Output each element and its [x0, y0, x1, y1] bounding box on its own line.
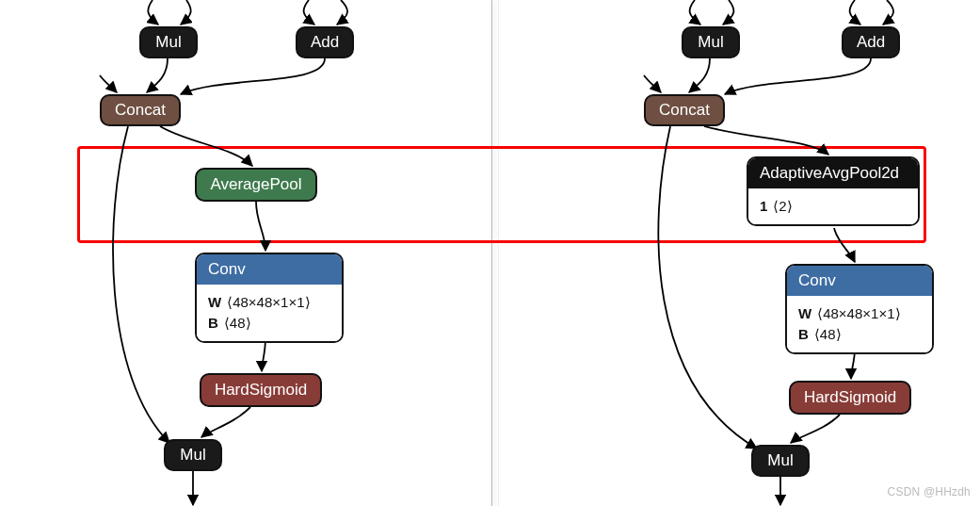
node-adaptiveavgpool2d: AdaptiveAvgPool2d 1⟨2⟩ [747, 156, 920, 226]
card-body: W⟨48×48×1×1⟩ B⟨48⟩ [197, 285, 342, 341]
node-label: Concat [115, 101, 166, 120]
watermark-text: CSDN @HHzdh [888, 485, 971, 498]
param-label: B [208, 315, 218, 331]
card-header: Conv [787, 266, 932, 296]
param-label: B [798, 326, 809, 342]
card-header: AdaptiveAvgPool2d [748, 158, 918, 188]
node-label: Mul [767, 451, 793, 470]
param-value: ⟨48⟩ [814, 326, 842, 342]
node-hardsigmoid: HardSigmoid [789, 381, 911, 415]
watermark: CSDN @HHzdh [888, 485, 971, 498]
param-label: 1 [760, 198, 767, 214]
node-concat: Concat [100, 94, 181, 126]
card-header: Conv [197, 254, 342, 285]
param-value: ⟨2⟩ [773, 198, 792, 214]
card-body: 1⟨2⟩ [748, 188, 918, 224]
node-add: Add [842, 26, 900, 58]
param-value: ⟨48×48×1×1⟩ [817, 305, 900, 321]
node-label: AveragePool [210, 175, 301, 194]
node-label: Mul [698, 33, 723, 52]
node-conv: Conv W⟨48×48×1×1⟩ B⟨48⟩ [195, 253, 344, 343]
node-label: Mul [180, 446, 205, 465]
node-mul: Mul [139, 26, 198, 58]
card-title: Conv [798, 271, 836, 289]
param-value: ⟨48×48×1×1⟩ [227, 294, 310, 310]
param-value: ⟨48⟩ [224, 315, 251, 331]
node-label: HardSigmoid [215, 381, 307, 400]
node-label: Concat [659, 101, 710, 120]
node-label: Add [311, 33, 339, 52]
node-add: Add [296, 26, 354, 58]
node-hardsigmoid: HardSigmoid [200, 373, 322, 407]
node-averagepool: AveragePool [195, 168, 317, 202]
node-mul: Mul [164, 439, 222, 471]
param-label: W [208, 294, 221, 310]
node-conv: Conv W⟨48×48×1×1⟩ B⟨48⟩ [785, 264, 934, 354]
split-divider [491, 0, 499, 506]
node-label: Mul [155, 33, 181, 52]
node-mul: Mul [682, 26, 740, 58]
card-title: Conv [208, 260, 246, 278]
card-body: W⟨48×48×1×1⟩ B⟨48⟩ [787, 296, 932, 352]
node-concat: Concat [644, 94, 725, 126]
card-title: AdaptiveAvgPool2d [760, 164, 899, 182]
node-label: Add [857, 33, 885, 52]
node-mul: Mul [751, 445, 810, 477]
param-label: W [798, 305, 811, 321]
node-label: HardSigmoid [804, 388, 896, 407]
